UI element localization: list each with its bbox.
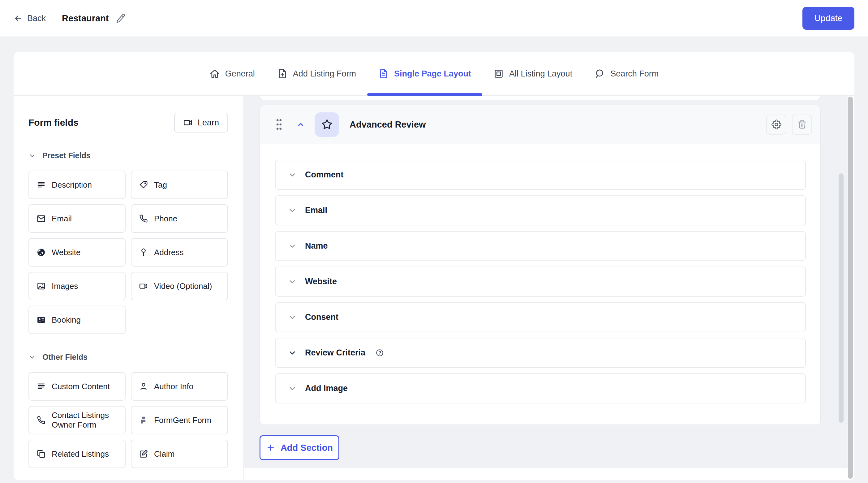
- chevron-down-icon: [288, 242, 297, 251]
- tab-label: General: [225, 69, 255, 79]
- chevron-down-icon: [28, 152, 36, 160]
- back-button[interactable]: Back: [13, 13, 46, 23]
- field-row-name[interactable]: Name: [275, 231, 806, 261]
- text-lines-icon: [36, 382, 46, 391]
- section-delete-button[interactable]: [792, 115, 812, 135]
- group-label: Preset Fields: [42, 151, 91, 160]
- section-star-badge: [315, 112, 339, 137]
- field-row-label: Add Image: [305, 383, 348, 393]
- section-settings-button[interactable]: [766, 115, 786, 135]
- field-tag[interactable]: Tag: [131, 171, 228, 199]
- plus-icon: [266, 443, 275, 452]
- home-icon: [210, 68, 220, 79]
- field-row-label: Name: [305, 241, 328, 251]
- learn-button[interactable]: Learn: [174, 113, 228, 133]
- file-text-icon: [378, 68, 389, 79]
- field-description[interactable]: Description: [28, 171, 126, 199]
- content-scrollbar-thumb[interactable]: [839, 173, 843, 423]
- tab-bar: General Add Listing Form Single Page Lay…: [13, 52, 855, 96]
- field-row-label: Email: [305, 206, 327, 215]
- field-website[interactable]: Website: [28, 238, 126, 266]
- section-fields-list: Comment Email Name Website: [260, 144, 820, 425]
- chevron-down-icon: [288, 206, 297, 215]
- gear-icon: [772, 119, 781, 130]
- field-images[interactable]: Images: [28, 272, 126, 300]
- field-row-comment[interactable]: Comment: [275, 160, 806, 190]
- tag-icon: [139, 180, 148, 190]
- field-author-info[interactable]: Author Info: [131, 372, 228, 401]
- field-booking[interactable]: Booking: [28, 306, 126, 334]
- field-label: Website: [52, 248, 81, 257]
- field-row-website[interactable]: Website: [275, 266, 806, 296]
- chevron-down-icon: [28, 353, 36, 361]
- other-fields-toggle[interactable]: Other Fields: [28, 353, 228, 362]
- field-label: Booking: [52, 315, 81, 325]
- page-scrollbar-thumb[interactable]: [848, 96, 853, 479]
- field-address[interactable]: Address: [131, 238, 228, 266]
- phone-icon: [36, 416, 46, 425]
- field-row-review-criteria[interactable]: Review Criteria: [275, 338, 806, 368]
- learn-label: Learn: [198, 118, 219, 127]
- tab-search-form[interactable]: Search Form: [583, 52, 670, 95]
- field-row-label: Review Criteria: [305, 348, 365, 358]
- field-label: Email: [52, 214, 72, 224]
- tab-add-listing-form[interactable]: Add Listing Form: [266, 52, 367, 95]
- field-row-label: Comment: [305, 170, 344, 179]
- trash-icon: [797, 119, 807, 130]
- update-button[interactable]: Update: [802, 7, 855, 30]
- field-label: Images: [52, 281, 78, 291]
- field-row-label: Consent: [305, 312, 338, 322]
- field-label: Phone: [154, 214, 177, 224]
- field-label: Related Listings: [52, 449, 109, 459]
- star-icon: [321, 118, 333, 131]
- image-icon: [36, 281, 46, 291]
- tab-label: All Listing Layout: [509, 69, 572, 79]
- field-related-listings[interactable]: Related Listings: [28, 439, 126, 468]
- id-card-icon: [36, 315, 46, 324]
- chevron-down-icon: [288, 313, 297, 322]
- section-card-advanced-review: Advanced Review: [259, 105, 821, 425]
- add-section-button[interactable]: Add Section: [259, 435, 339, 460]
- field-custom-content[interactable]: Custom Content: [28, 372, 126, 401]
- group-label: Other Fields: [42, 353, 88, 362]
- tab-general[interactable]: General: [198, 52, 266, 95]
- edit-square-icon: [139, 449, 148, 458]
- field-label: Custom Content: [52, 382, 110, 391]
- field-row-email[interactable]: Email: [275, 195, 806, 225]
- drag-handle-icon[interactable]: [276, 118, 282, 131]
- layout-icon: [493, 68, 504, 79]
- edit-title-icon[interactable]: [116, 13, 126, 23]
- form-builder-panel: General Add Listing Form Single Page Lay…: [13, 52, 855, 480]
- other-fields-grid: Custom Content Author Info Contact Listi…: [28, 372, 228, 468]
- field-row-add-image[interactable]: Add Image: [275, 373, 806, 403]
- formgent-logo-icon: [139, 416, 148, 425]
- section-title: Advanced Review: [349, 119, 426, 130]
- help-icon[interactable]: [375, 349, 384, 357]
- collapse-section-button[interactable]: [296, 120, 305, 129]
- tab-all-listing-layout[interactable]: All Listing Layout: [482, 52, 583, 95]
- field-claim[interactable]: Claim: [131, 439, 228, 468]
- field-label: Tag: [154, 180, 167, 190]
- preset-fields-toggle[interactable]: Preset Fields: [28, 151, 228, 160]
- field-email[interactable]: Email: [28, 204, 126, 233]
- previous-section-card-edge: [259, 96, 821, 100]
- tab-label: Add Listing Form: [293, 69, 356, 79]
- top-bar: Back Restaurant Update: [0, 0, 868, 37]
- field-phone[interactable]: Phone: [131, 204, 228, 233]
- layout-canvas: Advanced Review: [244, 96, 855, 480]
- video-camera-icon: [183, 118, 193, 127]
- mail-icon: [36, 214, 46, 223]
- file-plus-icon: [277, 68, 288, 79]
- field-label: Video (Optional): [154, 281, 212, 291]
- globe-icon: [36, 248, 46, 257]
- field-video[interactable]: Video (Optional): [131, 272, 228, 300]
- field-formgent-form[interactable]: FormGent Form: [131, 406, 228, 434]
- preset-fields-grid: Description Tag Email Phone Website: [28, 171, 228, 334]
- field-label: Description: [52, 180, 92, 190]
- field-label: Address: [154, 248, 183, 257]
- field-row-consent[interactable]: Consent: [275, 302, 806, 332]
- tab-single-page-layout[interactable]: Single Page Layout: [367, 52, 482, 95]
- add-section-label: Add Section: [281, 443, 333, 453]
- chevron-down-icon: [288, 384, 297, 393]
- field-contact-listings-owner-form[interactable]: Contact Listings Owner Form: [28, 406, 126, 434]
